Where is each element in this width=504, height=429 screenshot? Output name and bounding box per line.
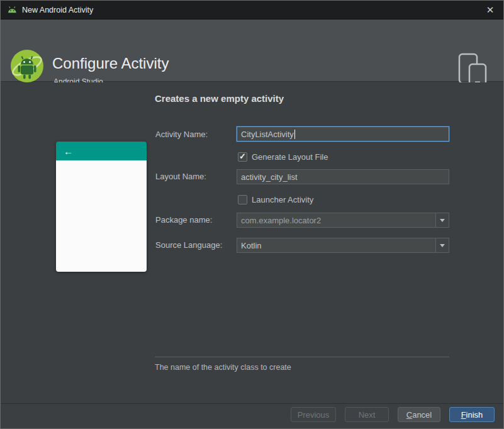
- package-name-combobox[interactable]: com.example.locator2: [237, 213, 449, 228]
- launcher-activity-row: Launcher Activity: [238, 194, 313, 204]
- new-android-activity-dialog: New Android Activity ✕ Configure Activit…: [0, 0, 504, 429]
- finish-mnemonic: F: [461, 410, 466, 420]
- cancel-label-rest: ancel: [412, 410, 432, 420]
- activity-name-label: Activity Name:: [155, 127, 234, 142]
- layout-name-value: activity_city_list: [241, 172, 298, 182]
- cancel-mnemonic: C: [406, 410, 412, 420]
- source-language-value: Kotlin: [241, 241, 262, 250]
- source-language-label: Source Language:: [155, 238, 234, 253]
- launcher-activity-label[interactable]: Launcher Activity: [252, 195, 313, 204]
- header-title: Configure Activity: [52, 55, 169, 72]
- android-icon: [7, 6, 17, 14]
- text-caret: [294, 130, 295, 139]
- finish-label-rest: inish: [466, 410, 483, 420]
- cancel-button[interactable]: Cancel: [398, 407, 440, 422]
- activity-preview: ←: [56, 142, 147, 272]
- android-studio-logo-icon: [9, 48, 45, 84]
- source-language-combobox[interactable]: Kotlin: [237, 238, 449, 253]
- step-heading: Creates a new empty activity: [155, 93, 284, 104]
- title-bar[interactable]: New Android Activity ✕: [1, 1, 503, 20]
- next-button: Next: [345, 407, 389, 422]
- back-arrow-icon: ←: [64, 146, 73, 157]
- previous-button: Previous: [291, 407, 336, 422]
- activity-name-value: CityListActivity: [241, 130, 294, 139]
- button-bar: Previous Next Cancel Finish: [1, 403, 503, 428]
- chevron-down-icon: [440, 219, 445, 222]
- package-name-label: Package name:: [155, 213, 234, 228]
- layout-name-label: Layout Name:: [155, 169, 234, 184]
- preview-body: [56, 160, 147, 272]
- window-title: New Android Activity: [22, 6, 93, 14]
- language-dropdown-button[interactable]: [435, 238, 449, 252]
- wizard-content: Creates a new empty activity ← Activity …: [1, 82, 503, 403]
- field-hint: The name of the activity class to create: [155, 363, 291, 372]
- close-icon[interactable]: ✕: [483, 3, 497, 17]
- wizard-header: Configure Activity Android Studio: [1, 20, 503, 82]
- layout-name-input[interactable]: activity_city_list: [237, 169, 449, 184]
- generate-layout-row: ✓ Generate Layout File: [238, 152, 328, 162]
- finish-button[interactable]: Finish: [449, 407, 495, 422]
- generate-layout-checkbox[interactable]: ✓: [238, 152, 247, 162]
- package-dropdown-button[interactable]: [435, 213, 449, 227]
- generate-layout-label[interactable]: Generate Layout File: [252, 152, 328, 162]
- launcher-activity-checkbox[interactable]: [238, 195, 247, 204]
- package-name-value: com.example.locator2: [241, 216, 321, 225]
- activity-name-input[interactable]: CityListActivity: [237, 126, 449, 142]
- preview-appbar: ←: [56, 142, 147, 160]
- chevron-down-icon: [440, 244, 445, 247]
- check-icon: ✓: [239, 152, 246, 161]
- hint-divider: [155, 357, 449, 357]
